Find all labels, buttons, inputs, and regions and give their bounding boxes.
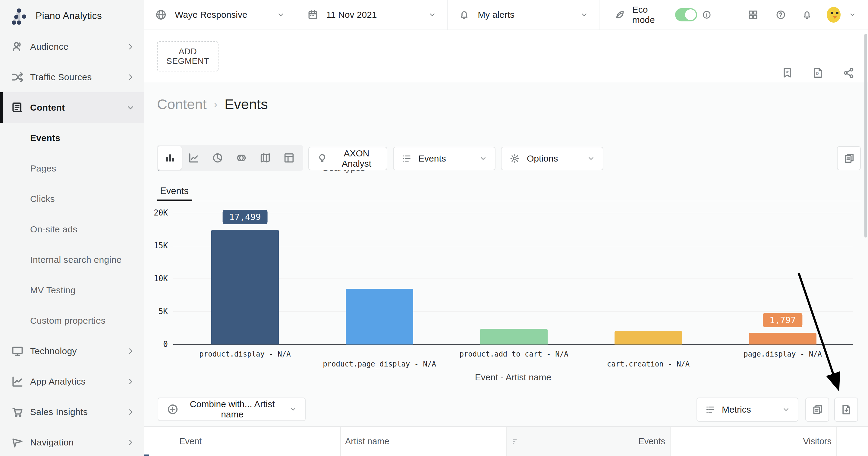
sales-insights-icon	[11, 405, 24, 419]
audience-icon	[11, 40, 24, 53]
alerts-selector-label: My alerts	[478, 10, 515, 20]
svg-text:D: D	[816, 71, 819, 75]
y-axis-tick: 20K	[146, 208, 168, 217]
chevron-down-icon	[277, 11, 285, 19]
metrics-dropdown-label: Metrics	[722, 404, 751, 415]
combine-with-label: Combine with... Artist name	[187, 399, 278, 420]
chevron-right-icon	[127, 347, 134, 355]
alerts-selector[interactable]: My alerts	[447, 0, 599, 30]
bar-page.display - N/A[interactable]	[749, 333, 816, 344]
eco-mode-label: Eco mode	[632, 4, 668, 25]
chart-type-pie[interactable]	[206, 146, 229, 170]
chart-type-venn[interactable]	[229, 146, 253, 170]
dimension-dropdown[interactable]: Events	[393, 147, 495, 170]
sidebar-item-technology[interactable]: Technology	[0, 336, 144, 366]
app-analytics-icon	[11, 375, 24, 388]
eco-mode-toggle[interactable]	[675, 8, 697, 21]
topbar: Waye Responsive 11 Nov 2021 My alerts Ec…	[144, 0, 868, 30]
plus-circle-icon	[167, 403, 179, 415]
chart-type-line[interactable]	[182, 146, 206, 170]
bar-product.display - N/A[interactable]	[211, 230, 279, 344]
bar-product.page_display - N/A[interactable]	[346, 289, 413, 344]
axon-analyst-button[interactable]: AXON Analyst	[308, 147, 387, 170]
copy-icon	[843, 152, 855, 164]
sidebar-item-clicks[interactable]: Clicks	[0, 184, 144, 214]
bar-value-badge: 17,499	[223, 210, 268, 224]
x-axis-category-label: product.page_display - N/A	[286, 360, 473, 368]
sidebar-item-label: Custom properties	[30, 315, 105, 326]
sidebar-item-audience[interactable]: Audience	[0, 31, 144, 62]
y-axis-tick: 15K	[146, 241, 168, 250]
chevron-right-icon	[127, 377, 134, 386]
list-icon	[705, 404, 715, 415]
vertical-scrollbar[interactable]	[864, 34, 867, 238]
sidebar-item-mv-testing[interactable]: MV Testing	[0, 275, 144, 305]
column-header-visitors[interactable]: Visitors	[671, 427, 837, 456]
apps-grid-icon[interactable]	[747, 8, 758, 21]
y-axis-tick: 0	[146, 340, 168, 349]
share-icon[interactable]	[843, 67, 855, 79]
sidebar-item-label: Clicks	[30, 194, 55, 204]
sidebar-item-traffic-sources[interactable]: Traffic Sources	[0, 62, 144, 92]
sidebar-item-label: Content	[30, 102, 65, 113]
sidebar-item-on-site-ads[interactable]: On-site ads	[0, 214, 144, 244]
report-document-icon[interactable]: D	[812, 67, 824, 79]
chart-type-bar[interactable]	[158, 146, 182, 170]
chevron-down-icon	[428, 11, 436, 19]
user-avatar[interactable]	[827, 7, 841, 23]
add-segment-button[interactable]: ADD SEGMENT	[157, 41, 218, 71]
globe-icon	[155, 9, 167, 21]
copy-table-button[interactable]	[805, 398, 829, 422]
sidebar-item-events[interactable]: Events	[0, 123, 144, 153]
breadcrumb: Content › Events	[157, 96, 268, 113]
page-actions: D	[781, 67, 855, 79]
notifications-bell-icon[interactable]	[802, 9, 812, 21]
y-axis-tick: 5K	[146, 307, 168, 316]
eco-leaf-icon	[614, 8, 626, 21]
column-label: Artist name	[345, 436, 390, 446]
sidebar-item-label: Internal search engine	[30, 255, 121, 265]
sidebar-item-app-analytics[interactable]: App Analytics	[0, 366, 144, 397]
bar-product.add_to_cart - N/A[interactable]	[480, 329, 548, 344]
bar-value-badge: 1,797	[763, 313, 802, 327]
chart-plot: 05K10K15K20K17,499product.display - N/Ap…	[173, 208, 853, 344]
options-dropdown-label: Options	[527, 153, 558, 164]
info-icon[interactable]	[702, 9, 712, 20]
sidebar-item-label: Traffic Sources	[30, 72, 92, 82]
sidebar-item-custom-properties[interactable]: Custom properties	[0, 305, 144, 336]
column-header-events[interactable]: Events	[507, 427, 671, 456]
copy-chart-button[interactable]	[837, 146, 861, 170]
date-selector-label: 11 Nov 2021	[327, 10, 377, 20]
map-icon	[259, 152, 271, 164]
breadcrumb-parent[interactable]: Content	[157, 96, 207, 113]
column-label: Visitors	[803, 436, 832, 446]
sidebar-item-label: Audience	[30, 41, 69, 52]
bell-icon	[458, 9, 470, 21]
help-icon[interactable]	[775, 9, 786, 21]
y-axis-tick: 10K	[146, 274, 168, 283]
chevron-down-icon	[587, 155, 595, 162]
sidebar-item-pages[interactable]: Pages	[0, 153, 144, 184]
combine-with-dropdown[interactable]: Combine with... Artist name	[158, 398, 306, 421]
chart-type-table[interactable]	[277, 146, 301, 170]
column-header-event[interactable]: Event	[144, 427, 341, 456]
chevron-right-icon	[127, 73, 134, 81]
options-dropdown[interactable]: Options	[501, 147, 603, 170]
chart-type-switcher	[157, 145, 303, 171]
export-download-button[interactable]	[834, 398, 858, 422]
sidebar-item-internal-search-engine[interactable]: Internal search engine	[0, 244, 144, 275]
sidebar-item-content[interactable]: Content	[0, 92, 144, 123]
chart-type-map[interactable]	[253, 146, 277, 170]
column-header-artist-name[interactable]: Artist name	[341, 427, 507, 456]
sidebar-item-navigation[interactable]: Navigation	[0, 427, 144, 456]
content-icon	[11, 101, 24, 114]
site-selector[interactable]: Waye Responsive	[144, 0, 296, 30]
date-selector[interactable]: 11 Nov 2021	[296, 0, 448, 30]
metrics-dropdown[interactable]: Metrics	[696, 398, 798, 422]
bookmark-icon[interactable]	[781, 67, 793, 79]
app-logo[interactable]: Piano Analytics	[0, 0, 144, 31]
bar-cart.creation - N/A[interactable]	[615, 331, 682, 344]
x-axis-category-label: page.display - N/A	[689, 350, 868, 358]
sidebar-item-sales-insights[interactable]: Sales Insights	[0, 397, 144, 427]
chevron-down-icon[interactable]	[849, 11, 856, 19]
